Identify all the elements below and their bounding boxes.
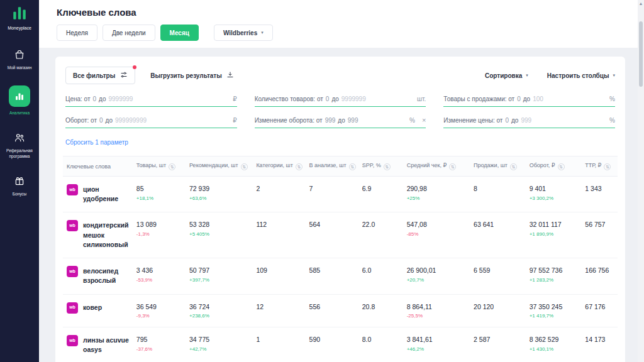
filter-mid-label: до <box>511 117 518 124</box>
filter-field-0[interactable]: Цена: от0до9999999₽ <box>65 96 237 107</box>
cell-value: 1 <box>256 336 301 344</box>
export-results-button[interactable]: Выгрузить результаты <box>150 71 234 80</box>
table-cell: 72 939+63,6% <box>186 177 252 212</box>
column-header[interactable]: Товары, шт⇅ <box>133 156 186 177</box>
filter-to-placeholder: 999 <box>521 117 531 124</box>
table-cell: 564 <box>306 212 358 258</box>
sort-icon[interactable]: ⇅ <box>510 163 517 170</box>
table-row[interactable]: wbлинзы acuvue oasys795-37,6%34 775+42,7… <box>63 327 618 362</box>
cell-value: 6.9 <box>362 185 399 194</box>
column-header[interactable]: Рекомендации, шт⇅ <box>186 156 252 177</box>
table-cell: 547,08-85% <box>403 212 470 258</box>
column-header[interactable]: Средний чек, ₽⇅ <box>403 156 470 177</box>
cell-delta: +5 405% <box>189 231 248 237</box>
cell-value: 795 <box>136 336 182 344</box>
column-header[interactable]: Ключевые слова <box>63 156 133 177</box>
filter-to-placeholder: 100 <box>533 96 543 102</box>
sort-icon[interactable]: ⇅ <box>169 163 175 170</box>
all-filters-button[interactable]: Все фильтры <box>65 67 135 84</box>
column-header-label: SPP, % <box>362 162 381 168</box>
chevron-down-icon: ▾ <box>526 73 528 78</box>
table-cell: 1 343 <box>581 177 618 212</box>
column-header[interactable]: ТТР, ₽⇅ <box>581 156 618 177</box>
cell-delta: +1 890,9% <box>530 231 578 237</box>
scroll-up-arrow[interactable]: ▲ <box>638 1 644 6</box>
sort-dropdown[interactable]: Сортировка ▾ <box>485 72 528 79</box>
sidebar-item-bonuses[interactable]: Бонусы <box>0 174 39 197</box>
table-cell: 13 089-1,3% <box>133 212 186 258</box>
table-cell: 32 011 117+1 890,9% <box>526 212 582 258</box>
filter-to-placeholder: 9999999 <box>341 96 366 102</box>
sort-icon[interactable]: ⇅ <box>349 163 356 170</box>
column-header-label: Средний чек, ₽ <box>407 162 447 168</box>
column-header[interactable]: Категории, шт⇅ <box>252 156 305 177</box>
sort-icon[interactable]: ⇅ <box>384 163 391 170</box>
reset-filters-link[interactable]: Сбросить 1 параметр <box>65 139 128 146</box>
cell-value: 6.0 <box>362 266 399 275</box>
cell-delta: +25% <box>407 195 466 201</box>
cell-value: 8 864,11 <box>407 303 466 312</box>
tab-month[interactable]: Месяц <box>160 25 199 41</box>
column-header[interactable]: В анализе, шт⇅ <box>306 156 358 177</box>
content-area: Все фильтры Выгрузить результаты <box>39 48 644 362</box>
sidebar-item-my-store[interactable]: Мой магазин <box>0 48 39 70</box>
table-body: wbцион удобрение85+18,1%72 939+63,6%276.… <box>63 177 618 362</box>
keyword[interactable]: wbковер <box>67 303 129 314</box>
keyword-text: ковер <box>83 303 102 312</box>
marketplace-badge: wb <box>67 266 78 277</box>
cell-delta: -9,3% <box>136 313 182 319</box>
table-row[interactable]: wbцион удобрение85+18,1%72 939+63,6%276.… <box>63 177 618 212</box>
tab-two-weeks[interactable]: Две недели <box>103 25 155 41</box>
filter-field-5[interactable]: Изменение цены: от0до999% <box>443 117 615 128</box>
cell-value: 590 <box>309 336 355 344</box>
sort-icon[interactable]: ⇅ <box>604 163 611 170</box>
column-header[interactable]: Продажи, шт⇅ <box>470 156 526 177</box>
configure-columns-dropdown[interactable]: Настроить столбцы ▾ <box>547 72 615 79</box>
table-cell: 8 <box>470 177 526 212</box>
table-row[interactable]: wbковер36 549-9,3%36 724+238,6%1255620.8… <box>63 294 618 327</box>
filter-label: Товары с продажами: от <box>443 96 514 102</box>
keyword-cell: wbкондитерский мешок силиконовый <box>63 212 133 258</box>
table-cell: 67 176 <box>581 294 618 327</box>
keyword[interactable]: wbкондитерский мешок силиконовый <box>67 221 129 250</box>
tab-week[interactable]: Неделя <box>57 25 97 41</box>
sort-label: Сортировка <box>485 72 522 79</box>
cell-value: 26 900,01 <box>407 266 466 275</box>
sort-icon[interactable]: ⇅ <box>241 163 248 170</box>
filter-field-3[interactable]: Оборот: от0до999999999₽ <box>65 117 237 128</box>
filter-field-4[interactable]: Изменение оборота: от999до999%× <box>255 117 426 128</box>
sort-icon[interactable]: ⇅ <box>558 163 565 170</box>
filter-field-2[interactable]: Товары с продажами: от0до100% <box>443 96 615 107</box>
column-header[interactable]: SPP, %⇅ <box>358 156 403 177</box>
keyword[interactable]: wbцион удобрение <box>67 185 129 204</box>
filter-from-value: 0 <box>93 96 97 102</box>
scrollbar[interactable]: ▲ <box>638 0 644 362</box>
brand[interactable]: Moneyplace <box>8 5 31 30</box>
sort-icon[interactable]: ⇅ <box>296 163 303 170</box>
table-row[interactable]: wbкондитерский мешок силиконовый13 089-1… <box>63 212 618 258</box>
table-cell: 3 841,61+46,2% <box>403 327 470 362</box>
cell-delta: +1 283,2% <box>530 277 578 283</box>
keyword-cell: wbлинзы acuvue oasys <box>63 327 133 362</box>
table-cell: 3 436-53,9% <box>133 258 186 294</box>
sidebar-item-analytics[interactable]: Аналитика <box>0 85 39 116</box>
table-cell: 85+18,1% <box>133 177 186 212</box>
column-header[interactable]: Оборот, ₽⇅ <box>526 156 582 177</box>
cell-value: 36 549 <box>136 303 182 312</box>
cell-delta: -85% <box>407 231 466 237</box>
keyword[interactable]: wbвелосипед взрослый <box>67 266 129 285</box>
filter-field-1[interactable]: Количество товаров: от0до9999999шт. <box>255 96 426 107</box>
table-cell: 34 775+42,7% <box>186 327 252 362</box>
all-filters-label: Все фильтры <box>73 72 115 79</box>
sidebar-item-referral[interactable]: Реферальная программа <box>0 131 39 159</box>
cell-delta: +42,7% <box>189 346 248 352</box>
table-cell: 1 <box>252 327 305 362</box>
sort-icon[interactable]: ⇅ <box>449 163 456 170</box>
keyword[interactable]: wbлинзы acuvue oasys <box>67 336 129 354</box>
scrollbar-thumb[interactable] <box>639 21 643 87</box>
cell-value: 8 362 529 <box>530 336 578 344</box>
marketplace-dropdown[interactable]: Wildberries ▾ <box>214 25 273 41</box>
table-row[interactable]: wbвелосипед взрослый3 436-53,9%50 797+39… <box>63 258 618 294</box>
clear-filter-icon[interactable]: × <box>422 117 426 124</box>
table-cell: 290,98+25% <box>403 177 470 212</box>
